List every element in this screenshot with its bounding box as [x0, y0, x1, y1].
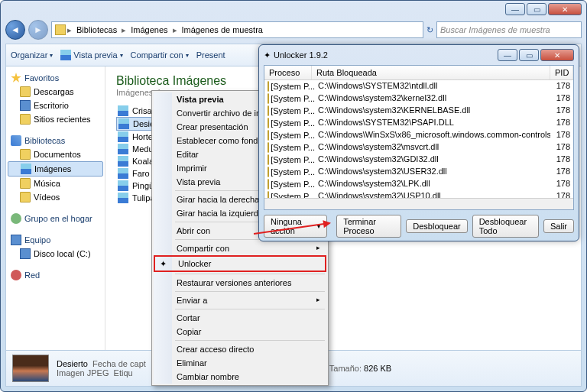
address-bar: ◄ ► ▸ Bibliotecas ▸ Imágenes ▸ Imágenes … — [5, 19, 582, 40]
thumbnail — [12, 355, 49, 382]
table-row[interactable]: [System P...C:\Windows\system32\USP10.dl… — [264, 190, 573, 198]
ctx-copiar[interactable]: Copiar — [154, 325, 326, 339]
video-icon — [20, 192, 31, 202]
folder-icon — [20, 86, 31, 97]
desbloquear-todo-button[interactable]: Desbloquear Todo — [472, 215, 539, 238]
unlocker-maximize-button[interactable]: ▭ — [519, 49, 539, 61]
ctx-crear-acceso[interactable]: Crear acceso directo — [154, 342, 326, 356]
app-icon — [268, 167, 269, 177]
desbloquear-button[interactable]: Desbloquear — [406, 219, 467, 233]
sidebar-red[interactable]: Red — [8, 268, 103, 282]
app-icon — [268, 105, 269, 116]
desktop-icon — [20, 100, 31, 111]
table-row[interactable]: [System P...C:\Windows\SYSTEM32\ntdll.dl… — [264, 80, 573, 92]
sidebar-item-documentos[interactable]: Documentos — [8, 147, 103, 161]
wand-icon: ✦ — [160, 259, 167, 269]
search-input[interactable]: Buscar Imágenes de muestra — [436, 21, 582, 38]
ctx-enviar-a[interactable]: Enviar a — [154, 293, 326, 307]
col-pid[interactable]: PID — [550, 66, 573, 79]
ctx-unlocker[interactable]: ✦Unlocker — [154, 255, 326, 272]
unlocker-window: ✦Unlocker 1.9.2 — ▭ ✕ Proceso Ruta Bloqu… — [258, 44, 579, 241]
terminar-button[interactable]: Terminar Proceso — [336, 215, 401, 238]
table-row[interactable]: [System P...C:\Windows\system32\msvcrt.d… — [264, 141, 573, 154]
wand-icon: ✦ — [264, 50, 271, 60]
breadcrumb-item[interactable]: Imágenes — [128, 25, 170, 34]
nav-forward-button[interactable]: ► — [28, 20, 48, 40]
ctx-cortar[interactable]: Cortar — [154, 311, 326, 325]
toolbar-compartir[interactable]: Compartir con — [131, 50, 189, 60]
sidebar-item-sitios[interactable]: Sitios recientes — [8, 112, 103, 126]
image-icon — [118, 144, 128, 154]
toolbar-organizar[interactable]: Organizar — [11, 50, 53, 60]
app-icon — [268, 179, 269, 190]
unlocker-table-body: [System P...C:\Windows\SYSTEM32\ntdll.dl… — [264, 80, 573, 198]
app-icon — [268, 118, 269, 128]
ctx-cambiar-nombre[interactable]: Cambiar nombre — [154, 370, 326, 384]
ctx-eliminar[interactable]: Eliminar — [154, 356, 326, 370]
image-icon — [118, 105, 128, 116]
nav-back-button[interactable]: ◄ — [5, 20, 25, 40]
unlocker-table-header: Proceso Ruta Bloqueada PID — [264, 66, 573, 80]
sidebar-equipo[interactable]: Equipo — [8, 233, 103, 247]
image-icon — [118, 180, 128, 191]
file-type: Imagen JPEG — [57, 368, 109, 377]
refresh-icon[interactable]: ↻ — [426, 25, 433, 35]
table-row[interactable]: [System P...C:\Windows\SYSTEM32\PSAPI.DL… — [264, 117, 573, 129]
col-ruta[interactable]: Ruta Bloqueada — [312, 66, 550, 79]
app-icon — [268, 93, 269, 104]
col-proceso[interactable]: Proceso — [264, 66, 312, 79]
maximize-button[interactable]: ▭ — [527, 3, 546, 15]
file-name: Desierto — [57, 359, 88, 368]
sidebar-item-musica[interactable]: Música — [8, 177, 103, 190]
breadcrumb-item[interactable]: Imágenes de muestra — [179, 25, 266, 34]
star-icon — [11, 73, 21, 83]
table-row[interactable]: [System P...C:\Windows\system32\USER32.d… — [264, 166, 573, 178]
image-icon — [118, 131, 128, 142]
table-row[interactable]: [System P...C:\Windows\system32\KERNELBA… — [264, 105, 573, 117]
image-icon — [118, 168, 128, 179]
music-icon — [20, 178, 31, 189]
toolbar-vista-previa[interactable]: Vista previa — [60, 50, 122, 60]
app-icon — [268, 81, 269, 92]
accion-dropdown[interactable]: Ninguna acción — [264, 215, 327, 238]
app-icon — [268, 191, 269, 198]
unlocker-minimize-button[interactable]: — — [498, 49, 517, 61]
folder-icon — [55, 24, 66, 35]
disk-icon — [20, 248, 31, 259]
tamano-value: 826 KB — [364, 364, 391, 373]
sidebar-item-escritorio[interactable]: Escritorio — [8, 99, 103, 112]
app-icon — [268, 130, 269, 141]
pictures-icon — [21, 164, 31, 174]
salir-button[interactable]: Salir — [543, 219, 574, 233]
horizontal-scrollbar[interactable] — [264, 198, 573, 209]
breadcrumb[interactable]: ▸ Bibliotecas ▸ Imágenes ▸ Imágenes de m… — [51, 21, 423, 38]
sidebar-item-descargas[interactable]: Descargas — [8, 85, 103, 99]
toolbar-present[interactable]: Present — [196, 50, 225, 60]
table-row[interactable]: [System P...C:\Windows\WinSxS\x86_micros… — [264, 129, 573, 141]
folder-icon — [20, 149, 31, 160]
library-icon — [11, 135, 21, 146]
sidebar: Favoritos Descargas Escritorio Sitios re… — [6, 66, 105, 356]
search-placeholder: Buscar Imágenes de muestra — [440, 25, 550, 34]
unlocker-close-button[interactable]: ✕ — [540, 49, 574, 61]
breadcrumb-item[interactable]: Bibliotecas — [73, 25, 120, 34]
app-icon — [268, 154, 269, 165]
sidebar-item-disco[interactable]: Disco local (C:) — [8, 247, 103, 261]
ctx-compartir-con[interactable]: Compartir con — [154, 241, 326, 255]
sidebar-grupo[interactable]: Grupo en el hogar — [8, 212, 103, 225]
folder-icon — [20, 114, 31, 125]
sidebar-favoritos[interactable]: Favoritos — [8, 71, 103, 85]
close-button[interactable]: ✕ — [548, 3, 582, 15]
homegroup-icon — [11, 213, 21, 224]
sidebar-item-videos[interactable]: Vídeos — [8, 190, 103, 204]
preview-icon — [60, 50, 71, 60]
sidebar-item-imagenes[interactable]: Imágenes — [8, 161, 103, 177]
app-icon — [268, 142, 269, 153]
tamano-label: Tamaño: — [329, 364, 362, 373]
minimize-button[interactable]: — — [505, 3, 525, 15]
table-row[interactable]: [System P...C:\Windows\system32\LPK.dll1… — [264, 178, 573, 190]
ctx-restaurar[interactable]: Restaurar versiones anteriores — [154, 276, 326, 290]
sidebar-bibliotecas[interactable]: Bibliotecas — [8, 134, 103, 147]
table-row[interactable]: [System P...C:\Windows\system32\kernel32… — [264, 92, 573, 105]
table-row[interactable]: [System P...C:\Windows\system32\GDI32.dl… — [264, 154, 573, 166]
